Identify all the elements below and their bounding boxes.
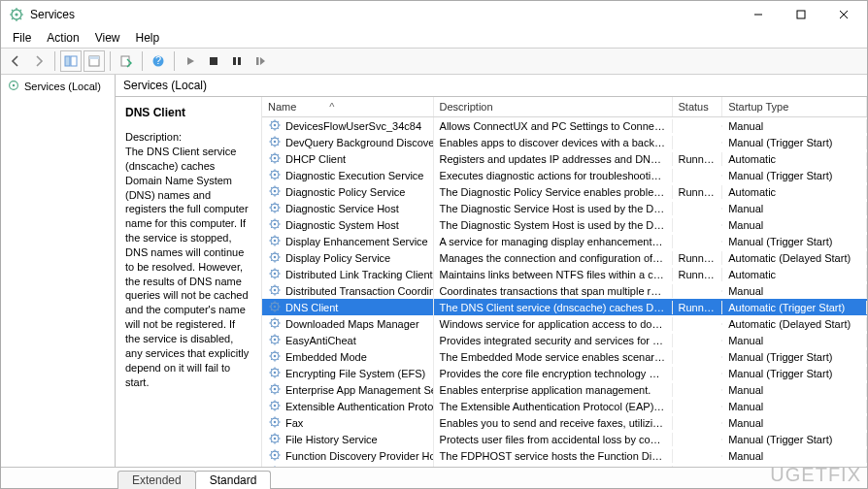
service-description: Provides integrated security and service…	[434, 334, 673, 347]
gear-icon	[268, 217, 282, 233]
service-description: Protects user files from accidental loss…	[434, 433, 673, 446]
service-startup-type: Automatic (Delayed Start)	[722, 251, 867, 265]
sort-ascending-icon: ^	[329, 101, 334, 113]
service-startup-type: Manual (Trigger Start)	[722, 350, 867, 364]
column-header-startup-type[interactable]: Startup Type	[722, 97, 867, 116]
service-status	[673, 373, 723, 375]
list-body[interactable]: DevicesFlowUserSvc_34c84Allows ConnectUX…	[262, 117, 867, 467]
service-description: The Embedded Mode service enables scenar…	[434, 350, 673, 364]
titlebar[interactable]: Services	[1, 1, 867, 28]
service-description: The DNS Client service (dnscache) caches…	[434, 301, 673, 314]
service-row[interactable]: DHCP ClientRegisters and updates IP addr…	[262, 150, 867, 167]
help-button[interactable]: ?	[148, 50, 169, 72]
gear-icon	[268, 366, 282, 381]
toolbar-separator	[142, 51, 143, 71]
column-header-description[interactable]: Description	[434, 97, 673, 116]
gear-icon	[268, 316, 282, 332]
svg-point-1	[15, 13, 17, 16]
service-row[interactable]: DevQuery Background Discovery BrokerEnab…	[262, 134, 867, 150]
gear-icon	[268, 267, 282, 282]
service-status	[673, 356, 723, 358]
svg-rect-13	[256, 57, 259, 65]
service-name: Diagnostic Policy Service	[285, 186, 406, 198]
svg-rect-3	[65, 56, 70, 66]
service-row[interactable]: DevicesFlowUserSvc_34c84Allows ConnectUX…	[262, 117, 867, 134]
toolbar: ?	[1, 48, 867, 75]
selected-service-title: DNS Client	[125, 105, 251, 120]
service-row[interactable]: Diagnostic System HostThe Diagnostic Sys…	[262, 216, 867, 233]
service-row[interactable]: Distributed Link Tracking ClientMaintain…	[262, 266, 867, 282]
service-status: Running	[673, 268, 723, 281]
svg-point-25	[274, 189, 276, 191]
service-row[interactable]: Diagnostic Policy ServiceThe Diagnostic …	[262, 183, 867, 200]
service-description: The Diagnostic Service Host is used by t…	[434, 202, 673, 215]
svg-point-19	[274, 140, 276, 142]
maximize-button[interactable]	[780, 1, 822, 28]
menu-file[interactable]: File	[7, 29, 37, 47]
minimize-button[interactable]	[737, 1, 780, 28]
forward-button[interactable]	[28, 50, 50, 72]
service-description: Registers and updates IP addresses and D…	[434, 152, 673, 166]
service-row[interactable]: FaxEnables you to send and receive faxes…	[262, 414, 867, 431]
console-tree-pane: Services (Local)	[1, 75, 116, 467]
service-row[interactable]: EasyAntiCheatProvides integrated securit…	[262, 332, 867, 348]
close-button[interactable]	[822, 1, 865, 28]
service-description: Manages the connection and configuration…	[434, 251, 673, 265]
restart-service-button[interactable]	[250, 50, 271, 72]
gear-icon	[268, 118, 282, 134]
service-status: Running	[673, 185, 723, 199]
service-status: Running	[673, 251, 723, 265]
gear-icon	[268, 168, 282, 183]
service-description: Enables enterprise application managemen…	[434, 383, 673, 397]
service-row[interactable]: Display Enhancement ServiceA service for…	[262, 233, 867, 249]
service-row[interactable]: Encrypting File System (EFS)Provides the…	[262, 365, 867, 381]
menu-view[interactable]: View	[89, 29, 126, 47]
column-header-status[interactable]: Status	[673, 97, 723, 116]
svg-point-35	[274, 272, 276, 274]
service-description: Executes diagnostic actions for troubles…	[434, 169, 673, 182]
export-list-button[interactable]	[116, 50, 137, 72]
service-row[interactable]: Distributed Transaction CoordinatorCoord…	[262, 282, 867, 299]
service-startup-type: Automatic	[722, 268, 867, 281]
svg-point-29	[274, 222, 276, 224]
service-row[interactable]: Function Discovery Provider HostThe FDPH…	[262, 447, 867, 464]
back-button[interactable]	[5, 50, 26, 72]
stop-service-button[interactable]	[203, 50, 224, 72]
menu-help[interactable]: Help	[130, 29, 166, 47]
services-list: Name^ Description Status Startup Type De…	[261, 97, 867, 467]
service-row[interactable]: Extensible Authentication ProtocolThe Ex…	[262, 398, 867, 414]
menubar: File Action View Help	[1, 28, 867, 48]
service-row[interactable]: Enterprise App Management ServiceEnables…	[262, 381, 867, 398]
toolbar-separator	[110, 51, 111, 71]
column-header-name[interactable]: Name^	[262, 97, 434, 116]
service-status	[673, 125, 723, 127]
service-row[interactable]: Embedded ModeThe Embedded Mode service e…	[262, 348, 867, 365]
service-startup-type: Manual	[722, 218, 867, 232]
services-icon	[7, 79, 20, 94]
pause-service-button[interactable]	[226, 50, 248, 72]
start-service-button[interactable]	[180, 50, 201, 72]
svg-point-17	[274, 123, 276, 125]
svg-rect-4	[71, 56, 77, 66]
svg-point-57	[274, 453, 276, 455]
service-description: The Diagnostic System Host is used by th…	[434, 218, 673, 232]
tab-standard[interactable]: Standard	[195, 471, 272, 489]
service-row[interactable]: Diagnostic Service HostThe Diagnostic Se…	[262, 200, 867, 216]
properties-button[interactable]	[83, 50, 105, 72]
service-row[interactable]: Diagnostic Execution ServiceExecutes dia…	[262, 167, 867, 183]
svg-point-27	[274, 206, 276, 208]
service-status	[673, 323, 723, 325]
service-status	[673, 455, 723, 457]
service-name: Enterprise App Management Service	[285, 384, 434, 396]
show-hide-tree-button[interactable]	[60, 50, 82, 72]
service-row[interactable]: Display Policy ServiceManages the connec…	[262, 249, 867, 266]
tree-root-services-local[interactable]: Services (Local)	[1, 75, 115, 98]
service-row[interactable]: Downloaded Maps ManagerWindows service f…	[262, 315, 867, 332]
menu-action[interactable]: Action	[41, 29, 84, 47]
svg-point-51	[274, 404, 276, 406]
tab-extended[interactable]: Extended	[117, 471, 196, 489]
service-status	[673, 241, 723, 243]
service-row[interactable]: DNS ClientThe DNS Client service (dnscac…	[262, 299, 867, 315]
service-description: The Extensible Authentication Protocol (…	[434, 400, 673, 413]
service-row[interactable]: File History ServiceProtects user files …	[262, 431, 867, 447]
